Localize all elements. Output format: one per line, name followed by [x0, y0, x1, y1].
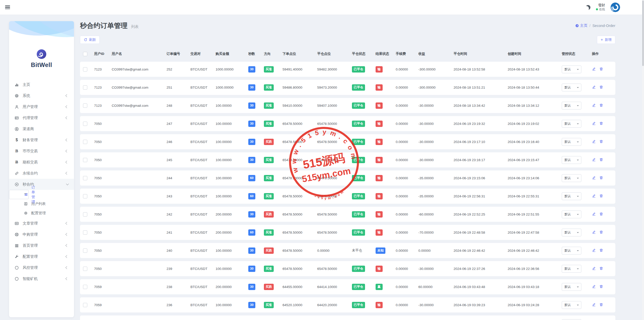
sidebar-item-6[interactable]: B币币交易 — [9, 146, 74, 157]
sidebar-item-3[interactable]: 代理管理 — [9, 112, 74, 123]
sidebar-item-7[interactable]: Ƀ期权交易 — [9, 157, 74, 168]
row-checkbox[interactable] — [83, 176, 87, 180]
edit-icon[interactable] — [592, 67, 596, 72]
control-status-select[interactable]: 默认 — [562, 301, 581, 309]
result-badge: 输 — [376, 157, 383, 163]
sidebar-item-10[interactable]: 文章管理 — [9, 218, 74, 229]
control-status-select[interactable]: 默认 — [562, 229, 581, 236]
refresh-button[interactable]: 刷新 — [80, 36, 100, 44]
select-all-checkbox[interactable] — [83, 52, 87, 56]
user-avatar[interactable] — [611, 3, 620, 12]
row-checkbox[interactable] — [83, 158, 87, 162]
seconds-badge: 60 — [248, 175, 255, 181]
sidebar-subitem-9-0[interactable]: 订单管理 — [9, 190, 29, 199]
control-status-select[interactable]: 默认 — [562, 84, 581, 91]
breadcrumb-home-link[interactable]: 主页 — [575, 23, 587, 28]
control-status-select[interactable]: 默认 — [562, 265, 581, 273]
control-status-select[interactable]: 默认 — [562, 319, 581, 320]
trash-icon[interactable] — [599, 121, 603, 126]
edit-icon[interactable] — [592, 303, 596, 307]
result-cell: 输 — [376, 157, 396, 163]
row-checkbox[interactable] — [83, 285, 87, 289]
seconds-cell: 30 — [248, 302, 264, 308]
direction-cell: 买涨 — [264, 302, 283, 308]
sidebar-subitem-9-1[interactable]: 用户列表 — [9, 199, 74, 208]
row-checkbox[interactable] — [83, 140, 87, 144]
sidebar-item-8[interactable]: 永续合约 — [9, 168, 74, 179]
sidebar-item-1[interactable]: 系统 — [9, 90, 74, 101]
edit-icon[interactable] — [592, 121, 596, 126]
sidebar-item-0[interactable]: 主页 — [9, 79, 74, 90]
trash-icon[interactable] — [599, 158, 603, 162]
edit-icon[interactable] — [592, 230, 596, 235]
edit-icon[interactable] — [592, 158, 596, 162]
user-info[interactable]: 發財 在线 — [596, 3, 605, 11]
sidebar-item-15[interactable]: 智能矿机 — [9, 273, 74, 284]
trash-icon[interactable] — [599, 139, 603, 144]
control-status-select[interactable]: 默认 — [562, 210, 581, 218]
edit-icon[interactable] — [592, 248, 596, 253]
control-status-select[interactable]: 默认 — [562, 138, 581, 146]
row-checkbox[interactable] — [83, 248, 87, 253]
trash-icon[interactable] — [599, 85, 603, 90]
cell-open-price: 65478.50000 — [283, 140, 317, 144]
sidebar-item-11[interactable]: 申购管理 — [9, 229, 74, 240]
row-checkbox[interactable] — [83, 85, 87, 90]
edit-icon[interactable] — [592, 85, 596, 90]
trash-icon[interactable] — [599, 103, 603, 108]
scrollbar-thumb[interactable] — [642, 1, 644, 66]
edit-icon[interactable] — [592, 139, 596, 144]
edit-icon[interactable] — [592, 103, 596, 108]
control-status-select[interactable]: 默认 — [562, 156, 581, 164]
row-checkbox[interactable] — [83, 67, 87, 72]
sidebar-subitem-label: 订单管理 — [31, 185, 35, 204]
trash-icon[interactable] — [599, 176, 603, 181]
row-checkbox[interactable] — [83, 103, 87, 108]
trash-icon[interactable] — [599, 303, 603, 307]
edit-icon[interactable] — [592, 176, 596, 181]
sidebar-item-12[interactable]: 首页管理 — [9, 240, 74, 251]
control-status-select[interactable]: 默认 — [562, 102, 581, 110]
sidebar-item-14[interactable]: 风控管理 — [9, 262, 74, 273]
cell-user-id: 7059 — [94, 285, 112, 289]
trash-icon[interactable] — [599, 230, 603, 235]
row-checkbox[interactable] — [83, 303, 87, 307]
row-checkbox[interactable] — [83, 194, 87, 198]
trash-icon[interactable] — [599, 285, 603, 289]
table-row: 7050247BTC/USDT100.0000030买涨65478.500006… — [80, 116, 615, 131]
dark-mode-moon-icon[interactable] — [586, 5, 590, 10]
sidebar-item-9[interactable]: 秒合约 — [9, 179, 74, 190]
control-status-select[interactable]: 默认 — [562, 120, 581, 128]
seconds-cell: 30 — [248, 66, 264, 73]
close-status-cell: 已平仓 — [352, 175, 376, 181]
row-checkbox[interactable] — [83, 122, 87, 126]
sidebar-toggle-hamburger-icon[interactable] — [5, 5, 10, 10]
sidebar-submenu: 订单管理用户列表配置管理 — [9, 190, 74, 218]
row-checkbox[interactable] — [83, 212, 87, 217]
column-header: 管控状态 — [562, 52, 592, 56]
edit-icon[interactable] — [592, 212, 596, 217]
sidebar-item-13[interactable]: 配置管理 — [9, 251, 74, 262]
edit-icon[interactable] — [592, 285, 596, 289]
edit-icon[interactable] — [592, 266, 596, 271]
seconds-badge: 60 — [248, 229, 255, 236]
row-checkbox[interactable] — [83, 267, 87, 271]
trash-icon[interactable] — [599, 212, 603, 217]
vertical-scrollbar[interactable] — [642, 0, 644, 320]
control-status-select[interactable]: 默认 — [562, 283, 581, 291]
row-checkbox[interactable] — [83, 230, 87, 235]
sidebar-item-4[interactable]: 渠道商 — [9, 123, 74, 134]
sidebar-item-5[interactable]: $财务管理 — [9, 134, 74, 146]
trash-icon[interactable] — [599, 248, 603, 253]
control-status-select[interactable]: 默认 — [562, 192, 581, 200]
edit-icon[interactable] — [592, 194, 596, 199]
sidebar-subitem-9-2[interactable]: 配置管理 — [9, 208, 74, 218]
trash-icon[interactable] — [599, 194, 603, 199]
control-status-select[interactable]: 默认 — [562, 65, 581, 73]
control-status-select[interactable]: 默认 — [562, 247, 581, 255]
control-status-select[interactable]: 默认 — [562, 174, 581, 182]
trash-icon[interactable] — [599, 266, 603, 271]
trash-icon[interactable] — [599, 67, 603, 72]
add-button[interactable]: + 新增 — [597, 36, 615, 44]
sidebar-item-2[interactable]: 用户管理 — [9, 101, 74, 112]
